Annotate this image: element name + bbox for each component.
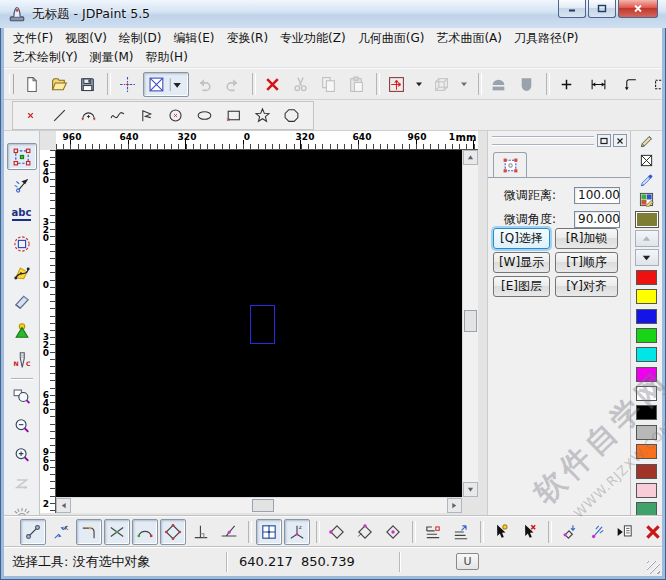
node-edit-tool[interactable] [7, 172, 37, 199]
cancel-operation[interactable] [640, 519, 662, 545]
move-to-position[interactable] [556, 519, 582, 545]
maximize-button[interactable] [588, 0, 616, 18]
measure-dimension[interactable] [650, 72, 662, 97]
zoom-window-tool[interactable] [7, 383, 37, 410]
transform-origin-axes[interactable] [384, 72, 409, 97]
color-swatch[interactable] [635, 463, 659, 480]
toolbar-grip[interactable] [9, 74, 14, 94]
measure-point[interactable] [554, 72, 579, 97]
selection-mode[interactable] [143, 72, 189, 97]
menu-item[interactable]: 艺术绘制(Y) [7, 47, 84, 68]
menu-item[interactable]: 艺术曲面(A) [430, 28, 508, 49]
menu-item[interactable]: 编辑(E) [167, 28, 220, 49]
menu-item[interactable]: 几何曲面(G) [352, 28, 431, 49]
snap-axis[interactable]: z [284, 519, 310, 545]
draw-point[interactable] [17, 103, 43, 128]
color-swatch[interactable] [635, 308, 659, 325]
no-fill-tool[interactable] [635, 152, 659, 169]
nc-cutter-tool[interactable]: NC [7, 346, 37, 373]
snap-grid[interactable] [256, 519, 282, 545]
color-swatch[interactable] [635, 269, 659, 286]
snap-nearest[interactable]: K [48, 519, 74, 545]
panel-drag-grip[interactable] [492, 136, 594, 145]
scroll-up-arrow[interactable] [463, 150, 478, 165]
draw-curve[interactable] [104, 103, 130, 128]
palette-scroll-down[interactable] [635, 249, 659, 266]
text-tool[interactable]: abc [7, 201, 37, 228]
save-file[interactable] [75, 72, 100, 97]
snap-endpoint[interactable] [20, 519, 46, 545]
menu-item[interactable]: 变换(R) [220, 28, 274, 49]
drawing-canvas[interactable] [56, 150, 462, 497]
panel-button[interactable]: [R]加锁 [555, 228, 618, 249]
locate-crosshair[interactable] [115, 72, 140, 97]
pen-color-tool[interactable] [635, 133, 659, 150]
panel-close-button[interactable] [613, 134, 627, 147]
selection-rectangle[interactable] [250, 305, 275, 344]
menu-item[interactable]: 专业功能(Z) [274, 28, 352, 49]
eyedropper-tool[interactable] [635, 172, 659, 189]
draw-ellipse[interactable] [191, 103, 217, 128]
color-swatch[interactable] [635, 424, 659, 441]
pick-list[interactable] [612, 519, 638, 545]
color-swatch[interactable] [635, 501, 659, 516]
open-file[interactable] [47, 72, 72, 97]
measure-distance[interactable] [586, 72, 611, 97]
menu-item[interactable]: 视图(V) [59, 28, 113, 49]
panel-button[interactable]: [Y]对齐 [555, 276, 618, 297]
snap-quadrant[interactable] [160, 519, 186, 545]
scroll-left-arrow[interactable] [56, 498, 71, 513]
menu-item[interactable]: 绘制(D) [113, 28, 168, 49]
transform-dropdown[interactable] [412, 72, 426, 97]
transform-tool[interactable] [7, 230, 37, 257]
unit-button[interactable]: U [456, 553, 479, 570]
snap-tangent[interactable] [216, 519, 242, 545]
menu-item[interactable]: 刀具路径(P) [508, 28, 585, 49]
zoom-in-tool[interactable] [7, 441, 37, 468]
verify-curve[interactable] [584, 519, 610, 545]
snap-intersection[interactable] [104, 519, 130, 545]
menu-item[interactable]: 测量(M) [84, 47, 140, 68]
horizontal-scrollbar[interactable] [56, 497, 462, 513]
draw-polyline[interactable] [133, 103, 159, 128]
panel-button[interactable]: [T]顺序 [555, 252, 618, 273]
draw-arc[interactable] [75, 103, 101, 128]
close-button[interactable] [618, 0, 658, 18]
pick-add-point[interactable] [488, 519, 514, 545]
menu-item[interactable]: 帮助(H) [139, 47, 193, 68]
color-swatch[interactable] [635, 346, 659, 363]
render-view-tool[interactable] [7, 499, 37, 516]
menu-item[interactable]: 文件(F) [7, 28, 59, 49]
draw-star[interactable] [249, 103, 275, 128]
snap-perpendicular[interactable] [188, 519, 214, 545]
draw-rectangle[interactable] [220, 103, 246, 128]
zoom-out-tool[interactable] [7, 412, 37, 439]
snap-midpoint[interactable] [352, 519, 378, 545]
panel-tab-selection[interactable] [493, 152, 527, 177]
render-lamp-tool[interactable] [7, 317, 37, 344]
vscroll-thumb[interactable] [464, 310, 477, 332]
layer-pick[interactable] [448, 519, 474, 545]
minimize-button[interactable] [558, 0, 586, 18]
color-swatch[interactable] [635, 482, 659, 499]
surface-pocket[interactable] [514, 72, 539, 97]
color-swatch[interactable] [635, 288, 659, 305]
panel-button[interactable]: [Q]选择 [493, 228, 550, 249]
snap-vertex[interactable] [324, 519, 350, 545]
pick-delete-point[interactable] [516, 519, 542, 545]
new-document[interactable] [19, 72, 44, 97]
eraser-tool[interactable] [7, 288, 37, 315]
color-swatch[interactable] [635, 327, 659, 344]
color-swatch[interactable] [635, 366, 659, 383]
layer-move[interactable] [420, 519, 446, 545]
edit-palette-tool[interactable] [635, 191, 659, 208]
select-tool[interactable] [7, 143, 37, 170]
snap-center[interactable] [380, 519, 406, 545]
scroll-right-arrow[interactable] [447, 498, 462, 513]
resize-grip[interactable] [647, 561, 660, 574]
scroll-down-arrow[interactable] [463, 482, 478, 497]
spline-edit-tool[interactable] [7, 259, 37, 286]
field-value-input[interactable]: 100.00 [574, 187, 620, 204]
panel-restore-button[interactable] [597, 134, 611, 147]
draw-polygon[interactable] [278, 103, 304, 128]
